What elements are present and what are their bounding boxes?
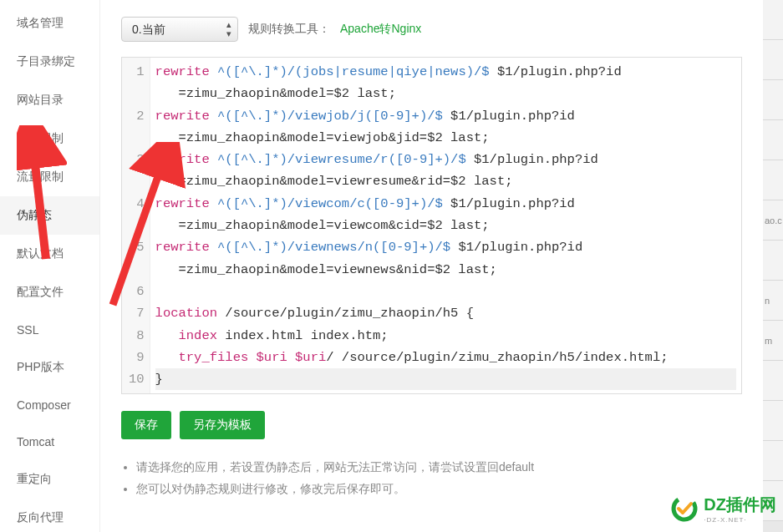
save-as-template-button[interactable]: 另存为模板 [180, 411, 265, 439]
right-strip-item[interactable] [763, 0, 783, 40]
code-line[interactable]: =zimu_zhaopin&model=viewnews&nid=$2 last… [155, 259, 736, 281]
code-line[interactable]: =zimu_zhaopin&model=viewcom&cid=$2 last; [155, 215, 736, 236]
apache-to-nginx-link[interactable]: Apache转Nginx [340, 22, 421, 37]
sidebar-item[interactable]: SSL [0, 312, 99, 348]
sidebar-item[interactable]: Composer [0, 387, 99, 423]
hint-item: 请选择您的应用，若设置伪静态后，网站无法正常访问，请尝试设置回default [136, 456, 742, 478]
right-strip-item[interactable] [763, 241, 783, 281]
right-strip-item[interactable] [763, 120, 783, 160]
sidebar-item[interactable]: 反向代理 [0, 499, 99, 532]
code-line[interactable]: location /source/plugin/zimu_zhaopin/h5 … [155, 302, 736, 324]
toolbar: 0.当前 ▴▾ 规则转换工具： Apache转Nginx [121, 17, 742, 42]
sidebar-item[interactable]: 网站目录 [0, 81, 99, 119]
sidebar-item[interactable]: Tomcat [0, 423, 99, 460]
code-line[interactable]: =zimu_zhaopin&model=viewjob&jid=$2 last; [155, 127, 736, 149]
code-line[interactable]: } [155, 368, 736, 390]
sidebar-item[interactable]: 配置文件 [0, 273, 99, 312]
tool-label: 规则转换工具： [248, 22, 330, 37]
save-button[interactable]: 保存 [121, 411, 171, 439]
sidebar: 域名管理子目录绑定网站目录访问限制流量限制伪静态默认文档配置文件SSLPHP版本… [0, 0, 100, 532]
right-strip-item[interactable] [763, 401, 783, 441]
sidebar-item[interactable]: 访问限制 [0, 119, 99, 158]
code-line[interactable]: rewrite ^([^\.]*)/(jobs|resume|qiye|news… [155, 61, 736, 83]
code-line[interactable]: try_files $uri $uri/ /source/plugin/zimu… [155, 347, 736, 368]
main-panel: 0.当前 ▴▾ 规则转换工具： Apache转Nginx 12345678910… [100, 0, 763, 532]
code-line[interactable]: =zimu_zhaopin&model=viewresume&rid=$2 la… [155, 170, 736, 192]
code-line[interactable] [155, 281, 736, 302]
right-strip-item[interactable]: ao.c [763, 200, 783, 241]
template-select[interactable]: 0.当前 [121, 17, 238, 42]
right-strip-item[interactable] [763, 441, 783, 481]
code-line[interactable]: index index.html index.htm; [155, 325, 736, 347]
right-strip-item[interactable] [763, 80, 783, 120]
hints: 请选择您的应用，若设置伪静态后，网站无法正常访问，请尝试设置回default您可… [121, 456, 742, 499]
sidebar-item[interactable]: 域名管理 [0, 4, 99, 43]
sidebar-item[interactable]: 重定向 [0, 460, 99, 499]
sidebar-item[interactable]: PHP版本 [0, 348, 99, 387]
editor-code[interactable]: rewrite ^([^\.]*)/(jobs|resume|qiye|news… [150, 58, 741, 393]
sidebar-item[interactable]: 默认文档 [0, 235, 99, 273]
code-line[interactable]: rewrite ^([^\.]*)/viewjob/j([0-9]+)/$ $1… [155, 105, 736, 127]
logo-icon [670, 494, 699, 523]
right-strip-item[interactable] [763, 40, 783, 80]
watermark-sub: ·DZ-X.NET· [704, 516, 776, 524]
right-strip: ao.cnm [763, 0, 783, 532]
sidebar-item[interactable]: 伪静态 [0, 196, 99, 235]
hint-item: 您可以对伪静态规则进行修改，修改完后保存即可。 [136, 478, 742, 499]
watermark: DZ插件网 ·DZ-X.NET· [670, 494, 776, 524]
right-strip-item[interactable] [763, 361, 783, 401]
watermark-brand: DZ插件网 [704, 495, 776, 514]
actions: 保存 另存为模板 [121, 411, 742, 439]
code-line[interactable]: rewrite ^([^\.]*)/viewnews/n([0-9]+)/$ $… [155, 236, 736, 258]
sidebar-item[interactable]: 流量限制 [0, 158, 99, 196]
editor-gutter: 12345678910 [122, 58, 150, 393]
code-editor[interactable]: 12345678910 rewrite ^([^\.]*)/(jobs|resu… [121, 57, 742, 394]
right-strip-item[interactable]: m [763, 321, 783, 361]
sidebar-item[interactable]: 子目录绑定 [0, 43, 99, 81]
right-strip-item[interactable] [763, 160, 783, 200]
right-strip-item[interactable]: n [763, 281, 783, 321]
code-line[interactable]: =zimu_zhaopin&model=$2 last; [155, 83, 736, 104]
code-line[interactable]: rewrite ^([^\.]*)/viewcom/c([0-9]+)/$ $1… [155, 193, 736, 215]
code-line[interactable]: rewrite ^([^\.]*)/viewresume/r([0-9]+)/$… [155, 149, 736, 170]
